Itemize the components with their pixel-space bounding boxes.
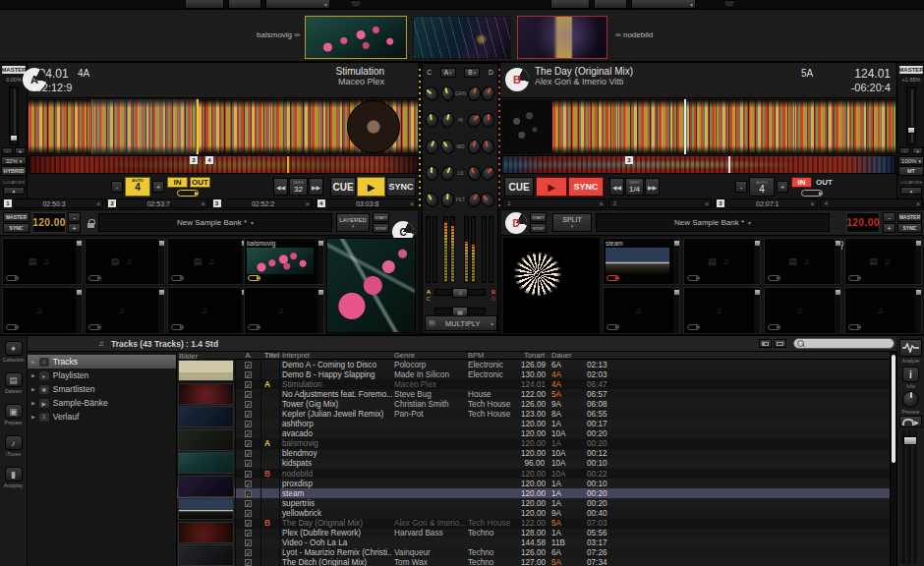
hi-knob-b[interactable]	[464, 111, 483, 130]
checkbox-icon[interactable]: ✓	[245, 411, 252, 418]
cell-loop-icon[interactable]	[88, 275, 101, 281]
track-row[interactable]: ✓Video - Ooh La La144.5811B03:17	[177, 538, 890, 548]
cell-loop-icon[interactable]	[88, 324, 101, 330]
deck-a-pitch-plus-button[interactable]: +	[15, 147, 26, 154]
fx2-mode-button[interactable]	[550, 0, 590, 9]
track-row[interactable]: ✓steam120.001A00:20	[177, 488, 890, 498]
fx1-mode-button[interactable]	[185, 0, 224, 9]
cell-loop-icon[interactable]	[687, 324, 700, 330]
mixer-channel-select-a[interactable]: A▾	[440, 68, 456, 78]
cell-volume-fader[interactable]	[753, 288, 760, 333]
deck-a-waveform[interactable]	[29, 99, 418, 154]
sample-d-master-button[interactable]: MASTER	[897, 212, 922, 222]
sample-deck_d-cell-4[interactable]: ▤♫	[844, 238, 922, 285]
fx2-amount-knob[interactable]	[723, 0, 735, 8]
deck-b-zoom-select[interactable]: 100%▾	[898, 156, 924, 165]
cell-loop-icon[interactable]	[171, 275, 184, 281]
checkbox-icon[interactable]: ✓	[245, 460, 252, 467]
locator-delete-icon[interactable]: ×	[705, 200, 709, 207]
track-row[interactable]: ✓blendmoy120.0010A00:12	[177, 449, 890, 459]
checkbox-icon[interactable]: ✓	[245, 490, 252, 497]
sample-deck_d-cell-5[interactable]: ♫	[603, 287, 680, 334]
video-thumbnail-master[interactable]	[413, 16, 511, 59]
deck-a-sync-button[interactable]: SYNC	[386, 177, 416, 197]
checkbox-cell[interactable]: ✓	[236, 469, 261, 479]
sample-deck_c-cell-1[interactable]: ▤♫	[2, 238, 83, 285]
deck-b-mode-button[interactable]: MT	[898, 166, 924, 176]
track-row[interactable]: ✓kidspats96.0010A00:10	[177, 459, 890, 469]
checkbox-cell[interactable]: ✓	[236, 519, 261, 529]
column-header-genre[interactable]: Genre	[392, 352, 466, 360]
sample-d-start-button[interactable]: START	[530, 212, 547, 222]
track-row[interactable]: ✓Bnodebild120.0010A00:22	[177, 469, 890, 479]
audio-crossfader-handle[interactable]: ♫	[452, 288, 468, 298]
checkbox-cell[interactable]: ✓	[236, 399, 261, 409]
column-header-dauer[interactable]: Dauer	[547, 352, 573, 360]
video-thumbnail-deck-b[interactable]	[517, 16, 607, 59]
lock-icon[interactable]	[87, 223, 94, 228]
deck-a-locator-slot-3[interactable]: 302:52:2×	[210, 198, 313, 208]
deck-a-pitch-fader[interactable]	[9, 86, 19, 145]
deck-a-stripe-waveform[interactable]: 34	[29, 155, 418, 174]
checkbox-cell[interactable]: ✓	[236, 538, 261, 548]
view-mode-list-button[interactable]	[759, 339, 772, 348]
deck-b-loop-icon[interactable]	[801, 190, 823, 197]
checkbox-icon[interactable]: ✓	[245, 520, 252, 527]
lo-knob-d[interactable]	[479, 164, 497, 184]
sample-c-sync-button[interactable]: SYNC	[3, 223, 29, 233]
track-row[interactable]: ✓Plex (Dubfire Rework)Harvard BassTechno…	[177, 529, 890, 538]
cell-loop-icon[interactable]	[248, 324, 260, 330]
checkbox-icon[interactable]: ✓	[245, 440, 252, 447]
deck-a-locator-slot-1[interactable]: 102:50:3×	[1, 198, 103, 208]
column-header-interpret[interactable]: Interpret	[280, 352, 392, 360]
checkbox-cell[interactable]: ✓	[236, 558, 261, 566]
cell-volume-fader[interactable]	[75, 239, 82, 284]
checkbox-icon[interactable]: ✓	[245, 401, 252, 408]
mid-knob-c[interactable]	[424, 138, 440, 155]
deck-a-cue-button[interactable]: CUE	[330, 177, 356, 197]
deck-b-sync-button[interactable]: SYNC	[568, 177, 604, 197]
locator-delete-icon[interactable]: ×	[410, 200, 414, 207]
checkbox-icon[interactable]: ✓	[245, 471, 252, 478]
deck-b-cue-button[interactable]: CUE	[504, 177, 534, 197]
cell-loop-icon[interactable]	[768, 324, 780, 330]
cell-loop-icon[interactable]	[768, 275, 780, 281]
cell-loop-icon[interactable]	[248, 275, 260, 281]
cell-volume-fader[interactable]	[834, 239, 840, 284]
checkbox-cell[interactable]: ✓	[236, 449, 261, 459]
tree-item-playlisten[interactable]: ▶▸Playlisten	[28, 368, 176, 382]
mixer-channel-select-d[interactable]: D	[489, 69, 493, 76]
deck-a-letter-indicator[interactable]: A	[23, 68, 46, 91]
cell-loop-icon[interactable]	[606, 324, 619, 330]
mixer-channel-select-c[interactable]: C	[427, 69, 432, 76]
fx1-snapshot-button[interactable]	[228, 0, 261, 9]
locator-delete-icon[interactable]: ×	[306, 200, 310, 207]
deck-b-seek-back-button[interactable]: ◀◀	[609, 178, 624, 196]
checkbox-cell[interactable]: ✓	[236, 429, 261, 439]
sample-deck_d-cell-8[interactable]: ♫	[844, 287, 922, 334]
video-blend-mode-select[interactable]: ▤ MULTIPLY ▾	[425, 315, 497, 331]
sample-c-bpm-plus-button[interactable]: +	[68, 223, 81, 233]
deck-b-seek-fwd-button[interactable]: ▶▶	[645, 178, 660, 196]
cell-volume-fader[interactable]	[914, 288, 921, 333]
cell-volume-fader[interactable]	[672, 239, 679, 284]
expander-icon[interactable]: ▶	[31, 359, 35, 365]
sample-d-bpm-display[interactable]: 120.00	[846, 212, 880, 233]
deck-a-loop-out-button[interactable]: OUT	[190, 177, 210, 188]
deck-a-locator-slot-2[interactable]: 202:53:7×	[105, 198, 207, 208]
deck-b-loop-out-button[interactable]: OUT	[814, 177, 835, 188]
deck-b-stripe-waveform[interactable]: 3	[501, 155, 895, 174]
sample-d-sync-button[interactable]: SYNC	[897, 223, 922, 233]
deck-b-pitch-minus-button[interactable]: -	[899, 147, 910, 154]
deck-b-master-badge[interactable]: MASTER	[899, 66, 923, 74]
sample-d-bpm-minus-button[interactable]: -	[883, 212, 895, 222]
checkbox-icon[interactable]: ✓	[245, 500, 252, 507]
checkbox-icon[interactable]: ✓	[245, 530, 252, 537]
sample-c-bpm-display[interactable]: 120.00	[32, 212, 66, 233]
deck-b-seek-size[interactable]: SEEK 1/4	[625, 178, 644, 196]
sample-d-letter-indicator[interactable]: D	[505, 212, 527, 234]
column-header-bpm[interactable]: BPM	[466, 352, 519, 360]
cell-volume-fader[interactable]	[834, 288, 840, 333]
scrollbar-thumb[interactable]	[892, 355, 895, 463]
checkbox-icon[interactable]: ✓	[245, 421, 252, 427]
